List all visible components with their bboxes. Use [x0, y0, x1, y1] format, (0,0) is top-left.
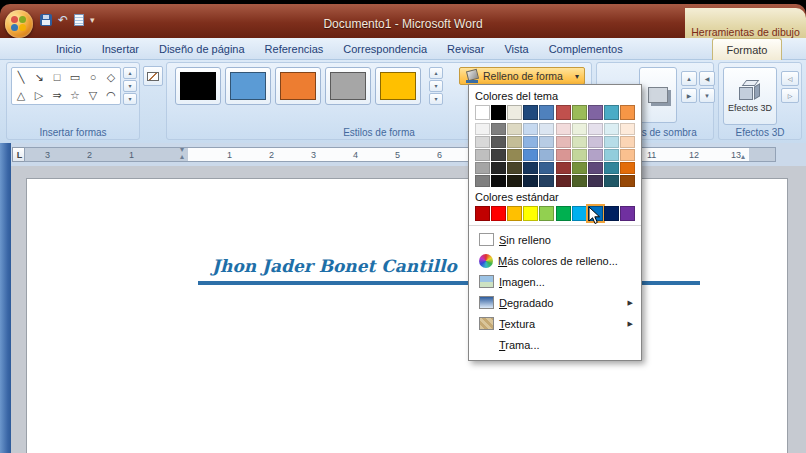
shape-style-swatch[interactable] — [175, 67, 221, 105]
theme-color-swatch[interactable] — [620, 105, 635, 120]
theme-color-variant-swatch[interactable] — [539, 149, 554, 161]
effects-3d-tilt-button[interactable]: ◁ — [781, 71, 799, 86]
shadow-nudge-button[interactable]: ▶ — [681, 88, 697, 103]
theme-color-variant-swatch[interactable] — [572, 123, 587, 135]
shape-style-swatch[interactable] — [225, 67, 271, 105]
right-indent-marker[interactable]: ▴ — [741, 153, 745, 161]
theme-color-swatch[interactable] — [507, 105, 522, 120]
theme-color-variant-swatch[interactable] — [620, 123, 635, 135]
theme-color-swatch[interactable] — [604, 105, 619, 120]
theme-color-variant-swatch[interactable] — [539, 136, 554, 148]
theme-color-variant-swatch[interactable] — [475, 162, 490, 174]
shape-fill-button[interactable]: Relleno de forma ▾ — [459, 67, 585, 85]
shape-button[interactable]: ◠ — [103, 87, 119, 103]
menu-item-imagen[interactable]: Imagen... — [475, 271, 635, 292]
shape-button[interactable]: ▷ — [31, 87, 47, 103]
theme-color-variant-swatch[interactable] — [523, 123, 538, 135]
shadow-nudge-button[interactable]: ▼ — [699, 88, 715, 103]
shape-button[interactable]: ↘ — [31, 69, 47, 85]
shape-style-swatch[interactable] — [325, 67, 371, 105]
theme-color-variant-swatch[interactable] — [572, 175, 587, 187]
tab-vista[interactable]: Vista — [494, 38, 538, 59]
theme-color-variant-swatch[interactable] — [475, 175, 490, 187]
theme-color-swatch[interactable] — [539, 105, 554, 120]
theme-color-swatch[interactable] — [572, 105, 587, 120]
theme-color-swatch[interactable] — [556, 105, 571, 120]
theme-color-variant-swatch[interactable] — [588, 136, 603, 148]
theme-color-variant-swatch[interactable] — [588, 175, 603, 187]
theme-color-variant-swatch[interactable] — [588, 149, 603, 161]
shape-style-swatch[interactable] — [275, 67, 321, 105]
menu-item-sin-relleno[interactable]: Sin relleno — [475, 229, 635, 250]
theme-color-variant-swatch[interactable] — [523, 149, 538, 161]
effects-3d-button[interactable]: Efectos 3D — [723, 67, 777, 125]
standard-color-swatch[interactable] — [507, 206, 522, 221]
shadow-nudge-button[interactable]: ◀ — [699, 71, 715, 86]
theme-color-variant-swatch[interactable] — [491, 149, 506, 161]
gallery-more-button[interactable]: ▾ — [429, 93, 443, 105]
standard-color-swatch[interactable] — [475, 206, 490, 221]
standard-color-swatch[interactable] — [556, 206, 571, 221]
shape-button[interactable]: ⇒ — [49, 87, 65, 103]
hanging-indent-marker[interactable]: ▴ — [180, 153, 184, 161]
standard-color-swatch[interactable] — [523, 206, 538, 221]
theme-color-variant-swatch[interactable] — [588, 162, 603, 174]
menu-item-degradado[interactable]: Degradado▶ — [475, 292, 635, 313]
theme-color-variant-swatch[interactable] — [507, 149, 522, 161]
theme-color-variant-swatch[interactable] — [604, 149, 619, 161]
theme-color-variant-swatch[interactable] — [491, 175, 506, 187]
theme-color-variant-swatch[interactable] — [523, 136, 538, 148]
theme-color-variant-swatch[interactable] — [572, 149, 587, 161]
theme-color-variant-swatch[interactable] — [556, 123, 571, 135]
tab-complementos[interactable]: Complementos — [539, 38, 633, 59]
theme-color-variant-swatch[interactable] — [572, 162, 587, 174]
tab-correspondencia[interactable]: Correspondencia — [333, 38, 437, 59]
theme-color-variant-swatch[interactable] — [491, 123, 506, 135]
theme-color-variant-swatch[interactable] — [620, 175, 635, 187]
scroll-up-button[interactable]: ▴ — [123, 67, 137, 79]
standard-color-swatch[interactable] — [620, 206, 635, 221]
shape-button[interactable]: □ — [49, 69, 65, 85]
theme-color-variant-swatch[interactable] — [556, 149, 571, 161]
theme-color-variant-swatch[interactable] — [556, 162, 571, 174]
shape-button[interactable]: ○ — [85, 69, 101, 85]
theme-color-variant-swatch[interactable] — [556, 136, 571, 148]
theme-color-variant-swatch[interactable] — [604, 123, 619, 135]
theme-color-variant-swatch[interactable] — [604, 136, 619, 148]
theme-color-variant-swatch[interactable] — [475, 149, 490, 161]
shape-button[interactable]: ▭ — [67, 69, 83, 85]
shape-button[interactable]: △ — [13, 87, 29, 103]
tab-diseno-de-pagina[interactable]: Diseño de página — [149, 38, 255, 59]
theme-color-variant-swatch[interactable] — [539, 162, 554, 174]
menu-item-textura[interactable]: Textura▶ — [475, 313, 635, 334]
gallery-more-button[interactable]: ▾ — [123, 93, 137, 105]
shape-button[interactable]: ▽ — [85, 87, 101, 103]
theme-color-variant-swatch[interactable] — [620, 149, 635, 161]
theme-color-variant-swatch[interactable] — [475, 136, 490, 148]
theme-color-variant-swatch[interactable] — [539, 175, 554, 187]
theme-color-variant-swatch[interactable] — [491, 136, 506, 148]
theme-color-variant-swatch[interactable] — [507, 123, 522, 135]
theme-color-swatch[interactable] — [523, 105, 538, 120]
shape-style-swatch[interactable] — [375, 67, 421, 105]
shadow-effects-button[interactable] — [639, 67, 677, 123]
theme-color-variant-swatch[interactable] — [620, 162, 635, 174]
document-text[interactable]: Jhon Jader Bonet Cantillo — [212, 256, 457, 276]
theme-color-variant-swatch[interactable] — [523, 162, 538, 174]
tab-inicio[interactable]: Inicio — [46, 38, 92, 59]
tab-referencias[interactable]: Referencias — [255, 38, 334, 59]
shape-button[interactable]: ╲ — [13, 69, 29, 85]
theme-color-variant-swatch[interactable] — [556, 175, 571, 187]
theme-color-variant-swatch[interactable] — [507, 175, 522, 187]
theme-color-swatch[interactable] — [491, 105, 506, 120]
shape-button[interactable]: ◇ — [103, 69, 119, 85]
theme-color-variant-swatch[interactable] — [572, 136, 587, 148]
tab-formato[interactable]: Formato — [712, 38, 782, 60]
scroll-down-button[interactable]: ▾ — [123, 80, 137, 92]
theme-color-variant-swatch[interactable] — [604, 162, 619, 174]
tab-revisar[interactable]: Revisar — [437, 38, 494, 59]
scroll-up-button[interactable]: ▴ — [429, 67, 443, 79]
theme-color-variant-swatch[interactable] — [620, 136, 635, 148]
scroll-down-button[interactable]: ▾ — [429, 80, 443, 92]
theme-color-variant-swatch[interactable] — [539, 123, 554, 135]
